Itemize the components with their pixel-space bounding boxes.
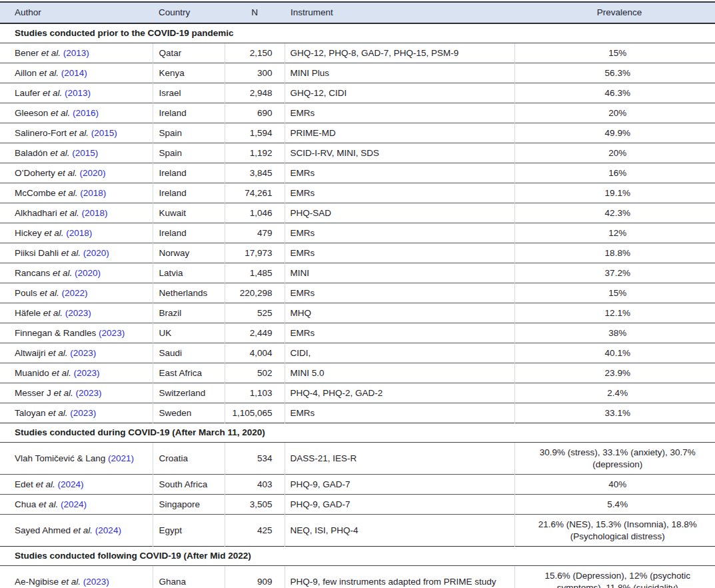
author-name: Rancans (15, 268, 50, 278)
country-cell: Ireland (153, 223, 225, 243)
author-cell: Häfele et al. (2023) (0, 303, 153, 323)
prevalence-cell: 56.3% (514, 63, 715, 83)
author-cell: Finnegan & Randles (2023) (0, 323, 153, 343)
author-etal: et al. (55, 168, 77, 178)
author-cell: Rancans et al. (2020) (0, 263, 153, 283)
citation-year-link[interactable]: (2020) (75, 268, 101, 278)
prevalence-cell: 42.3% (514, 203, 715, 223)
citation-year-link[interactable]: (2023) (65, 308, 91, 318)
citation-year-link[interactable]: (2016) (73, 108, 99, 118)
country-cell: East Africa (153, 363, 225, 383)
citation-year-link[interactable]: (2020) (83, 248, 109, 258)
citation-year-link[interactable]: (2018) (66, 228, 92, 238)
sample-size-cell: 1,485 (225, 263, 285, 283)
citation-year-link[interactable]: (2014) (61, 68, 87, 78)
citation-year-link[interactable]: (2018) (82, 208, 108, 218)
country-cell: Norway (153, 243, 225, 263)
table-row: Finnegan & Randles (2023)UK2,449EMRs38% (0, 323, 715, 343)
citation-year-link[interactable]: (2022) (62, 288, 88, 298)
section-header-row: Studies conducted following COVID-19 (Af… (0, 547, 715, 566)
prevalence-cell: 37.2% (514, 263, 715, 283)
table-row: O’Doherty et al. (2020)Ireland3,845EMRs1… (0, 163, 715, 183)
sample-size-cell: 220,298 (225, 283, 285, 303)
table-row: Häfele et al. (2023)Brazil525MHQ12.1% (0, 303, 715, 323)
author-name: Finnegan & Randles (15, 328, 96, 338)
prevalence-cell: 46.3% (514, 83, 715, 103)
table-row: Hickey et al. (2018)Ireland479EMRs12% (0, 223, 715, 243)
table-row: Chua et al. (2024)Singapore3,505PHQ-9, G… (0, 495, 715, 515)
instrument-cell: SCID-I-RV, MINI, SDS (285, 143, 514, 163)
citation-year-link[interactable]: (2021) (108, 453, 134, 463)
country-cell: UK (153, 323, 225, 343)
citation-year-link[interactable]: (2015) (91, 128, 117, 138)
prevalence-cell: 2.4% (514, 383, 715, 403)
instrument-cell: EMRs (285, 243, 514, 263)
prevalence-cell: 12.1% (514, 303, 715, 323)
author-etal: et al. (49, 368, 71, 378)
author-name: Aillon (15, 68, 37, 78)
author-name: McCombe (15, 188, 56, 198)
table-row: Edet et al. (2024)South Africa403PHQ-9, … (0, 475, 715, 495)
table-row: Salinero-Fort et al. (2015)Spain1,594PRI… (0, 123, 715, 143)
author-name: Pouls (15, 288, 37, 298)
citation-year-link[interactable]: (2015) (72, 148, 98, 158)
author-etal: et al. (46, 348, 68, 358)
country-cell: Latvia (153, 263, 225, 283)
citation-year-link[interactable]: (2023) (83, 577, 109, 587)
instrument-cell: PHQ-9, few instruments adapted from PRIM… (285, 566, 514, 588)
table-row: Bener et al. (2013)Qatar2,150GHQ-12, PHQ… (0, 43, 715, 63)
citation-year-link[interactable]: (2013) (65, 88, 91, 98)
citation-year-link[interactable]: (2024) (58, 479, 84, 489)
author-name: O’Doherty (15, 168, 55, 178)
sample-size-cell: 4,004 (225, 343, 285, 363)
citation-year-link[interactable]: (2023) (76, 388, 102, 398)
author-name: Hickey (15, 228, 42, 238)
author-etal: et al. (59, 577, 81, 587)
sample-size-cell: 403 (225, 475, 285, 495)
author-cell: Sayed Ahmed et al. (2024) (0, 515, 153, 547)
citation-year-link[interactable]: (2024) (95, 525, 121, 535)
citation-year-link[interactable]: (2018) (80, 188, 106, 198)
prevalence-cell: 33.1% (514, 403, 715, 423)
citation-year-link[interactable]: (2013) (63, 48, 89, 58)
sample-size-cell: 502 (225, 363, 285, 383)
citation-year-link[interactable]: (2020) (80, 168, 106, 178)
instrument-cell: CIDI, (285, 343, 514, 363)
country-cell: Sweden (153, 403, 225, 423)
author-name: Messer J (15, 388, 51, 398)
author-cell: McCombe et al. (2018) (0, 183, 153, 203)
prevalence-cell: 20% (514, 103, 715, 123)
sample-size-cell: 2,150 (225, 43, 285, 63)
table-header: Author Country N Instrument Prevalence (0, 2, 715, 23)
prevalence-cell: 12% (514, 223, 715, 243)
author-cell: Chua et al. (2024) (0, 495, 153, 515)
author-cell: Vlah Tomičević & Lang (2021) (0, 443, 153, 475)
section-title: Studies conducted following COVID-19 (Af… (0, 547, 715, 566)
citation-year-link[interactable]: (2024) (61, 499, 87, 509)
citation-year-link[interactable]: (2023) (70, 348, 96, 358)
instrument-cell: MHQ (285, 303, 514, 323)
country-cell: South Africa (153, 475, 225, 495)
citation-year-link[interactable]: (2023) (70, 408, 96, 418)
sample-size-cell: 909 (225, 566, 285, 588)
column-header-country: Country (153, 2, 225, 23)
country-cell: Kenya (153, 63, 225, 83)
sample-size-cell: 479 (225, 223, 285, 243)
author-cell: Hickey et al. (2018) (0, 223, 153, 243)
table-row: Sayed Ahmed et al. (2024)Egypt425NEQ, IS… (0, 515, 715, 547)
instrument-cell: EMRs (285, 163, 514, 183)
author-name: Chua (15, 499, 36, 509)
prevalence-cell: 21.6% (NES), 15.3% (Insomnia), 18.8% (Ps… (514, 515, 715, 547)
column-header-prevalence: Prevalence (514, 2, 715, 23)
country-cell: Israel (153, 83, 225, 103)
sample-size-cell: 525 (225, 303, 285, 323)
table-row: McCombe et al. (2018)Ireland74,261EMRs19… (0, 183, 715, 203)
instrument-cell: PHQ-4, PHQ-2, GAD-2 (285, 383, 514, 403)
instrument-cell: PHQ-SAD (285, 203, 514, 223)
citation-year-link[interactable]: (2023) (99, 328, 125, 338)
author-cell: Bener et al. (2013) (0, 43, 153, 63)
citation-year-link[interactable]: (2023) (74, 368, 100, 378)
author-cell: Gleeson et al. (2016) (0, 103, 153, 123)
author-name: Taloyan (15, 408, 46, 418)
sample-size-cell: 1,105,065 (225, 403, 285, 423)
